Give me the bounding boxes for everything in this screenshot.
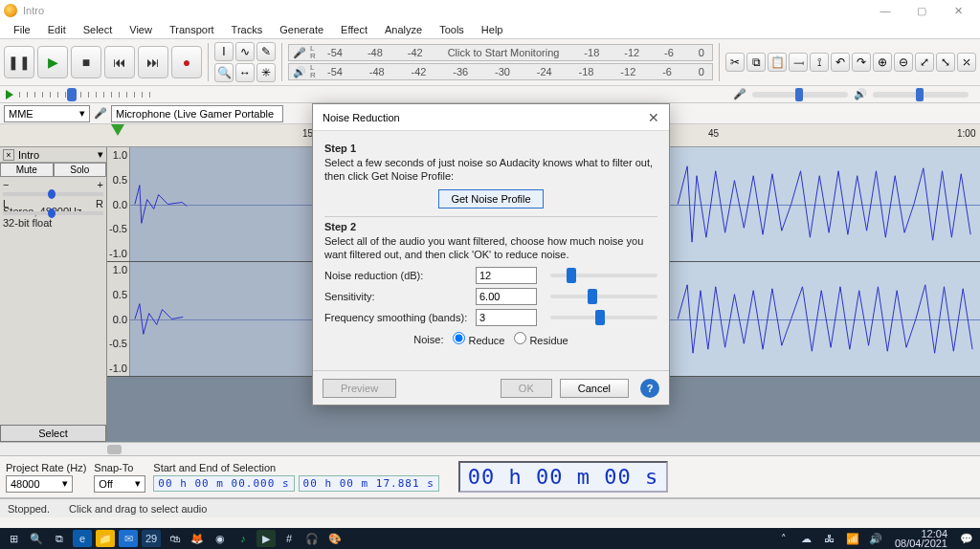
selection-start-field[interactable]: 00 h 00 m 00.000 s	[153, 475, 294, 492]
spotify-icon[interactable]: ♪	[234, 530, 253, 547]
menu-file[interactable]: File	[6, 22, 38, 37]
menu-transport[interactable]: Transport	[162, 22, 222, 37]
draw-tool-button[interactable]: ✎	[256, 42, 276, 61]
record-button[interactable]: ●	[171, 46, 202, 78]
freq-smoothing-slider[interactable]	[550, 316, 657, 319]
playback-speed-slider[interactable]	[19, 92, 153, 98]
calendar-icon[interactable]: 29	[142, 530, 161, 547]
onedrive-icon[interactable]: ☁	[797, 530, 816, 547]
search-icon[interactable]: 🔍	[27, 530, 46, 547]
mic-icon: 🎤	[733, 88, 746, 100]
track-menu-button[interactable]: ▾	[98, 148, 103, 161]
sensitivity-input[interactable]	[476, 288, 537, 305]
silence-button[interactable]: ⟟	[810, 53, 829, 72]
noise-reduction-slider[interactable]	[550, 274, 657, 277]
snap-to-select[interactable]: Off▾	[94, 475, 145, 493]
project-rate-select[interactable]: 48000▾	[6, 475, 73, 493]
track-gain-slider[interactable]	[3, 192, 103, 196]
mail-icon[interactable]: ✉	[119, 530, 138, 547]
play-at-speed-button[interactable]	[6, 90, 13, 99]
wifi-icon[interactable]: 📶	[843, 530, 862, 547]
menu-tools[interactable]: Tools	[432, 22, 472, 37]
sensitivity-slider[interactable]	[550, 295, 657, 298]
mic-icon: 🎤	[293, 47, 306, 59]
audio-position-display[interactable]: 00 h 00 m 00 s	[458, 461, 668, 493]
playback-volume-slider[interactable]	[873, 92, 969, 98]
zoom-in-button[interactable]: ⊕	[873, 53, 892, 72]
track-name[interactable]: Intro	[18, 149, 39, 161]
noise-reduction-input[interactable]	[476, 267, 537, 284]
dialog-close-button[interactable]: ✕	[648, 110, 659, 125]
envelope-tool-button[interactable]: ∿	[235, 42, 255, 61]
recording-volume-slider[interactable]	[752, 92, 848, 98]
recording-meter[interactable]: 🎤 LR -54 -48 -42 Click to Start Monitori…	[288, 44, 713, 61]
track-pan-slider[interactable]	[3, 211, 103, 215]
menu-effect[interactable]: Effect	[333, 22, 375, 37]
menu-select[interactable]: Select	[76, 22, 121, 37]
get-noise-profile-button[interactable]: Get Noise Profile	[438, 189, 543, 209]
notifications-icon[interactable]: 💬	[957, 530, 976, 547]
system-clock[interactable]: 12:04 08/04/2021	[889, 529, 953, 548]
menu-view[interactable]: View	[122, 22, 160, 37]
zoom-tool-button[interactable]: 🔍	[214, 63, 234, 82]
stop-button[interactable]: ■	[71, 46, 101, 78]
movies-icon[interactable]: ▶	[256, 530, 276, 547]
edge-icon[interactable]: e	[73, 530, 92, 547]
copy-button[interactable]: ⧉	[746, 53, 766, 72]
maximize-button[interactable]: ▢	[903, 0, 940, 21]
menu-help[interactable]: Help	[474, 22, 511, 37]
cancel-button[interactable]: Cancel	[560, 379, 629, 398]
play-button[interactable]: ▶	[37, 46, 68, 78]
timeshift-tool-button[interactable]: ↔	[235, 63, 255, 82]
horizontal-scrollbar[interactable]	[0, 443, 980, 456]
solo-button[interactable]: Solo	[54, 163, 107, 177]
start-monitoring-label[interactable]: Click to Start Monitoring	[448, 47, 560, 58]
reduce-radio[interactable]: Reduce	[453, 332, 504, 346]
track-close-button[interactable]: ×	[3, 149, 14, 161]
pause-button[interactable]: ❚❚	[4, 46, 34, 78]
mute-button[interactable]: Mute	[0, 163, 54, 177]
firefox-icon[interactable]: 🦊	[188, 530, 207, 547]
selection-end-field[interactable]: 00 h 00 m 17.881 s	[299, 475, 439, 492]
skip-start-button[interactable]: ⏮	[104, 46, 135, 78]
slack-icon[interactable]: #	[279, 530, 299, 547]
close-button[interactable]: ✕	[940, 0, 976, 21]
start-button[interactable]: ⊞	[4, 530, 23, 547]
paint-icon[interactable]: 🎨	[325, 530, 345, 547]
cut-button[interactable]: ✂	[725, 53, 745, 72]
volume-icon[interactable]: 🔊	[866, 530, 885, 547]
track-select-button[interactable]: Select	[0, 425, 106, 442]
menu-generate[interactable]: Generate	[272, 22, 331, 37]
input-device-select[interactable]: Microphone (Live Gamer Portable	[111, 105, 283, 122]
selection-tool-button[interactable]: I	[214, 42, 234, 61]
fit-selection-button[interactable]: ⤢	[915, 53, 934, 72]
residue-radio[interactable]: Residue	[514, 332, 568, 346]
multi-tool-button[interactable]: ✳	[256, 63, 276, 82]
audio-host-select[interactable]: MME▾	[4, 105, 90, 122]
store-icon[interactable]: 🛍	[165, 530, 184, 547]
paste-button[interactable]: 📋	[768, 53, 787, 72]
play-cursor-icon[interactable]	[111, 124, 124, 136]
freq-smoothing-input[interactable]	[476, 309, 537, 326]
playback-meter[interactable]: 🔊 LR -54 -48 -42 -36 -30 -24 -18 -12 -6 …	[288, 63, 713, 80]
task-view-icon[interactable]: ⧉	[50, 530, 69, 547]
zoom-out-button[interactable]: ⊖	[894, 53, 913, 72]
preview-button[interactable]: Preview	[323, 379, 396, 398]
menu-analyze[interactable]: Analyze	[377, 22, 430, 37]
audacity-icon[interactable]: 🎧	[302, 530, 322, 547]
skip-end-button[interactable]: ⏭	[138, 46, 168, 78]
trim-button[interactable]: ⟞	[789, 53, 808, 72]
tray-chevron-icon[interactable]: ˄	[774, 530, 793, 547]
menu-edit[interactable]: Edit	[40, 22, 74, 37]
help-button[interactable]: ?	[640, 379, 659, 398]
fit-project-button[interactable]: ⤡	[936, 53, 955, 72]
ok-button[interactable]: OK	[501, 379, 552, 398]
menu-tracks[interactable]: Tracks	[224, 22, 271, 37]
chrome-icon[interactable]: ◉	[211, 530, 230, 547]
zoom-toggle-button[interactable]: ⤫	[957, 53, 976, 72]
undo-button[interactable]: ↶	[831, 53, 850, 72]
network-icon[interactable]: 🖧	[820, 530, 839, 547]
minimize-button[interactable]: —	[867, 0, 903, 21]
explorer-icon[interactable]: 📁	[96, 530, 115, 547]
redo-button[interactable]: ↷	[852, 53, 871, 72]
